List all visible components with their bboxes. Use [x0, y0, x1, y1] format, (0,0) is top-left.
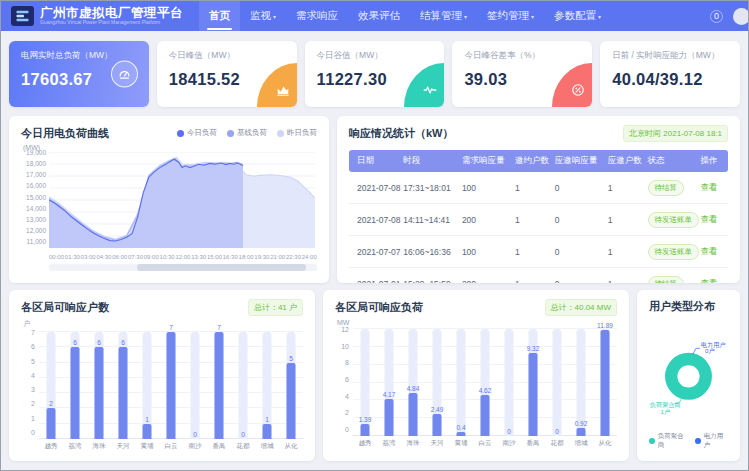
cell-action: 查看 [698, 236, 728, 268]
bar-7: 9.32 [521, 329, 545, 436]
bar-value-label: 4.84 [407, 385, 420, 392]
bar-fill[interactable] [385, 399, 394, 436]
column-header: 日期 [349, 150, 400, 172]
bar-fill[interactable] [433, 414, 442, 436]
bar-value-label: 4.17 [383, 391, 396, 398]
cell-action: 查看 [698, 172, 728, 204]
bar-fill[interactable] [287, 363, 296, 439]
y-tick-label: 2 [21, 400, 35, 407]
bar-category-label: 白云 [473, 439, 497, 448]
bar-fill[interactable] [457, 432, 466, 436]
cell-demand: 100 [459, 236, 512, 268]
bar-category-label: 南沙 [497, 439, 521, 448]
cell-demand: 200 [459, 204, 512, 236]
bar-9: 1 [255, 332, 279, 439]
nav-item-1[interactable]: 监视▾ [240, 1, 286, 31]
nav-item-3[interactable]: 效果评估 [348, 1, 410, 31]
bar-5: 4.62 [473, 329, 497, 436]
bar-value-label: 1.39 [359, 416, 372, 423]
status-badge: 待发送账单 [648, 212, 700, 228]
gauge-icon [111, 61, 138, 88]
bar-fill[interactable] [119, 347, 128, 439]
legend-label: 昨日负荷 [287, 128, 317, 138]
bar-fill[interactable] [143, 424, 152, 439]
bar-category-label: 南沙 [183, 442, 207, 451]
user-avatar[interactable] [733, 8, 748, 25]
y-tick-label: 19,000 [21, 149, 46, 156]
view-link[interactable]: 查看 [701, 182, 718, 192]
app-logo-icon [15, 10, 30, 22]
legend-item[interactable]: 负荷聚合商 [649, 432, 688, 450]
chart-zoom-slider[interactable] [49, 264, 317, 271]
bar-track [457, 329, 466, 436]
y-tick-label: 10 [335, 343, 349, 350]
y-tick-label: 7 [21, 329, 35, 336]
column-header: 状态 [645, 150, 698, 172]
bar-fill[interactable] [601, 330, 610, 436]
y-tick-label: 0 [335, 426, 349, 433]
bar-fill[interactable] [481, 395, 490, 436]
nav-item-0[interactable]: 首页 [199, 1, 240, 31]
bar-value-label: 1 [145, 416, 149, 423]
bar-fill[interactable] [167, 332, 176, 439]
bar-fill[interactable] [577, 428, 586, 436]
svg-text:1户: 1户 [661, 408, 671, 415]
bar-value-label: 0 [241, 431, 245, 438]
bar-value-label: 6 [97, 339, 101, 346]
view-link[interactable]: 查看 [701, 246, 718, 256]
cell-period: 17:31~18:01 [400, 172, 459, 204]
legend-item[interactable]: 电力用户 [695, 432, 728, 450]
y-tick-label: 6 [335, 376, 349, 383]
bar-value-label: 7 [169, 324, 173, 331]
y-axis: 76543210 [21, 329, 39, 436]
legend-item[interactable]: 基线负荷 [227, 128, 267, 138]
bar-fill[interactable] [215, 332, 224, 439]
bar-fill[interactable] [409, 393, 418, 436]
nav-item-label: 结算管理 [420, 9, 462, 23]
bar-fill[interactable] [95, 347, 104, 439]
dashboard: 电网实时总负荷（MW）17603.67今日峰值（MW）18415.52今日谷值（… [1, 31, 748, 461]
households-bar-chart: 76543210 26661707015 越秀荔湾海珠天河黄埔白云南沙番禺花都增… [21, 332, 303, 452]
bar-value-label: 7 [217, 324, 221, 331]
nav-item-label: 监视 [250, 9, 271, 23]
table-row: 2021-07-0817:31~18:01100101待结算查看 [349, 172, 728, 204]
bar-9: 0.92 [569, 329, 593, 436]
bar-fill[interactable] [263, 424, 272, 439]
load-curve-panel: 今日用电负荷曲线 今日负荷基线负荷昨日负荷 (MW) 19,00018,0001… [9, 116, 329, 283]
legend-item[interactable]: 今日负荷 [177, 128, 217, 138]
load-curve-legend: 今日负荷基线负荷昨日负荷 [177, 128, 317, 138]
cell-accepted: 0 [552, 268, 605, 284]
bar-fill[interactable] [71, 347, 80, 439]
y-tick-label: 4 [335, 393, 349, 400]
load-bar-panel: 各区局可响应负荷 总计：40.04 MW MW 121086420 1.394.… [323, 290, 629, 461]
nav-item-6[interactable]: 参数配置▾ [544, 1, 611, 31]
households-bar-panel: 各区局可响应户数 总计：41 户 户 76543210 26661707015 … [9, 290, 315, 461]
bar-fill[interactable] [361, 424, 370, 436]
notification-count[interactable]: 0 [710, 10, 723, 23]
table-row: 2021-07-0716:06~16:36100101待发送账单查看 [349, 236, 728, 268]
cell-status: 待结算 [645, 268, 698, 284]
cell-date: 2021-07-07 [349, 236, 400, 268]
bar-fill[interactable] [47, 408, 56, 439]
y-tick-label: 16,000 [21, 182, 46, 189]
bar-3: 2.49 [425, 329, 449, 436]
cell-invited: 1 [512, 236, 552, 268]
chart-zoom-thumb[interactable] [137, 264, 306, 271]
view-link[interactable]: 查看 [701, 214, 718, 224]
view-link[interactable]: 查看 [701, 278, 718, 283]
bar-fill[interactable] [529, 353, 538, 436]
bar-0: 2 [39, 332, 63, 439]
bar-category-label: 花都 [231, 442, 255, 451]
brand: 广州市虚拟电厂管理平台 Guangzhou Virtual Power Plan… [40, 7, 183, 26]
x-tick-label: 01:30 [65, 254, 80, 260]
column-header: 应邀响应量 [552, 150, 605, 172]
y-tick-label: 4 [21, 372, 35, 379]
nav-item-2[interactable]: 需求响应 [286, 1, 348, 31]
nav-item-4[interactable]: 结算管理▾ [410, 1, 477, 31]
nav-item-5[interactable]: 签约管理▾ [477, 1, 544, 31]
y-tick-label: 14,000 [21, 205, 46, 212]
bar-value-label: 5 [289, 355, 293, 362]
x-axis: 越秀荔湾海珠天河黄埔白云南沙番禺花都增城从化 [353, 439, 617, 448]
legend-item[interactable]: 昨日负荷 [277, 128, 317, 138]
load-bar-chart: 121086420 1.394.174.842.490.44.6209.3200… [335, 329, 617, 452]
